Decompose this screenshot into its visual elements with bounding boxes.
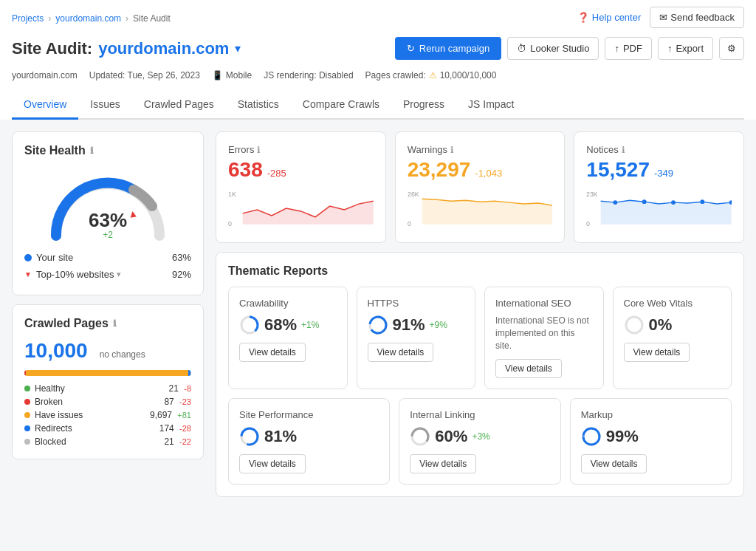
broken-color-dot (24, 399, 30, 405)
your-site-dot (24, 254, 32, 261)
internal-linking-card: Internal Linking 60% +3% View details (399, 398, 560, 485)
markup-card: Markup 99% View details (570, 398, 732, 485)
internal-linking-percent: 60% (435, 427, 467, 446)
tab-crawled-pages[interactable]: Crawled Pages (132, 91, 226, 120)
help-center-button[interactable]: ❓ Help center (577, 12, 641, 23)
meta-domain: yourdomain.com (12, 70, 78, 81)
nav-tabs: Overview Issues Crawled Pages Statistics… (12, 91, 744, 120)
healthy-color-dot (24, 386, 30, 391)
tab-statistics[interactable]: Statistics (226, 91, 291, 120)
healthy-legend-row: Healthy 21 -8 (24, 383, 191, 394)
issues-legend-row: Have issues 9,697 +81 (24, 410, 191, 420)
svg-point-24 (583, 428, 599, 445)
tab-compare-crawls[interactable]: Compare Crawls (291, 91, 391, 120)
svg-marker-8 (601, 200, 732, 224)
top10-chevron-icon[interactable]: ▾ (117, 270, 121, 279)
settings-button[interactable]: ⚙ (719, 37, 744, 60)
internal-linking-value-row: 60% +3% (410, 426, 549, 447)
international-seo-view-details-button[interactable]: View details (495, 359, 562, 378)
crawlability-view-details-button[interactable]: View details (239, 343, 306, 362)
svg-point-11 (671, 200, 676, 205)
blocked-color-dot (24, 439, 30, 445)
site-health-info-icon[interactable]: ℹ (90, 146, 94, 156)
top10-legend: ▼ Top-10% websites ▾ 92% (24, 266, 191, 283)
tab-overview[interactable]: Overview (12, 91, 78, 120)
svg-marker-5 (422, 199, 552, 224)
svg-point-10 (642, 199, 647, 204)
https-value-row: 91% +9% (368, 315, 465, 335)
https-card: HTTPS 91% +9% View details (357, 287, 476, 389)
broken-legend-row: Broken 87 -23 (24, 397, 191, 407)
site-performance-title: Site Performance (239, 409, 379, 420)
meta-updated: Updated: Tue, Sep 26, 2023 (89, 70, 200, 81)
pdf-icon: ↑ (614, 43, 619, 54)
site-performance-percent: 81% (264, 427, 297, 446)
notices-change: -349 (654, 168, 673, 179)
core-web-vitals-value-row: 0% (624, 315, 721, 335)
export-button[interactable]: ↑ Export (658, 37, 713, 60)
warnings-info-icon[interactable]: ℹ (450, 145, 454, 155)
crawled-pages-title: Crawled Pages (24, 317, 109, 330)
crawled-pages-info-icon[interactable]: ℹ (113, 318, 117, 329)
help-icon: ❓ (577, 12, 589, 23)
warnings-change: -1,043 (475, 168, 502, 179)
core-web-vitals-card: Core Web Vitals 0% View details (613, 287, 732, 389)
svg-point-12 (701, 199, 705, 204)
crawled-no-changes: no changes (100, 349, 145, 360)
thematic-grid-row1: Crawlability 68% +1% View details HTTPS (228, 287, 732, 389)
pdf-button[interactable]: ↑ PDF (605, 37, 652, 60)
internal-linking-change: +3% (472, 431, 489, 442)
breadcrumb-current: Site Audit (133, 13, 171, 24)
site-health-card: Site Health ℹ 63% +2 (12, 131, 204, 295)
tab-js-impact[interactable]: JS Impact (456, 91, 526, 120)
breadcrumb-sep2: › (126, 13, 128, 24)
notices-value: 15,527 (586, 158, 650, 182)
gauge-percent: 63% (89, 211, 127, 230)
https-percent: 91% (393, 315, 425, 335)
site-performance-value-row: 81% (239, 426, 379, 447)
meta-row: yourdomain.com Updated: Tue, Sep 26, 202… (12, 66, 744, 88)
gauge-arrow-icon: ▲ (127, 207, 139, 220)
crawlability-value-row: 68% +1% (239, 315, 337, 335)
errors-value: 638 (228, 158, 263, 182)
meta-device: 📱 Mobile (212, 70, 252, 81)
domain-link[interactable]: yourdomain.com (98, 39, 229, 58)
breadcrumb-projects[interactable]: Projects (12, 13, 44, 24)
site-health-title: Site Health (24, 144, 86, 157)
core-web-vitals-percent: 0% (649, 315, 673, 335)
internal-linking-title: Internal Linking (410, 409, 549, 420)
internal-linking-circle-icon (410, 426, 430, 447)
page-title: Site Audit: (12, 39, 92, 58)
notices-info-icon[interactable]: ℹ (622, 145, 625, 155)
looker-studio-button[interactable]: ⏱ Looker Studio (507, 37, 599, 60)
https-view-details-button[interactable]: View details (368, 343, 434, 362)
rerun-campaign-button[interactable]: ↻ Rerun campaign (395, 37, 501, 60)
https-circle-icon (368, 315, 388, 335)
warning-icon: ⚠ (429, 70, 437, 81)
looker-icon: ⏱ (517, 43, 526, 54)
breadcrumb-domain[interactable]: yourdomain.com (55, 13, 121, 24)
tab-issues[interactable]: Issues (78, 91, 131, 120)
issues-color-dot (24, 412, 30, 418)
errors-info-icon[interactable]: ℹ (257, 145, 261, 155)
international-seo-note: International SEO is not implemented on … (495, 315, 593, 352)
site-performance-card: Site Performance 81% View details (228, 398, 390, 485)
site-performance-view-details-button[interactable]: View details (239, 454, 306, 473)
tab-progress[interactable]: Progress (391, 91, 456, 120)
crawlability-change: +1% (301, 320, 319, 330)
svg-point-17 (370, 317, 386, 333)
core-web-vitals-view-details-button[interactable]: View details (624, 343, 690, 362)
markup-view-details-button[interactable]: View details (581, 454, 647, 473)
meta-js: JS rendering: Disabled (264, 70, 353, 81)
markup-circle-icon (581, 426, 602, 447)
svg-point-9 (614, 200, 618, 205)
feedback-icon: ✉ (659, 12, 667, 23)
export-icon: ↑ (667, 43, 673, 54)
svg-text:0: 0 (408, 220, 411, 227)
send-feedback-button[interactable]: ✉ Send feedback (650, 7, 744, 28)
meta-pages: Pages crawled: ⚠ 10,000/10,000 (365, 70, 497, 81)
internal-linking-view-details-button[interactable]: View details (410, 454, 476, 473)
international-seo-card: International SEO International SEO is n… (484, 287, 604, 389)
domain-chevron-icon[interactable]: ▾ (235, 41, 241, 55)
page-legend: Healthy 21 -8 Broken 87 -23 (24, 383, 191, 447)
